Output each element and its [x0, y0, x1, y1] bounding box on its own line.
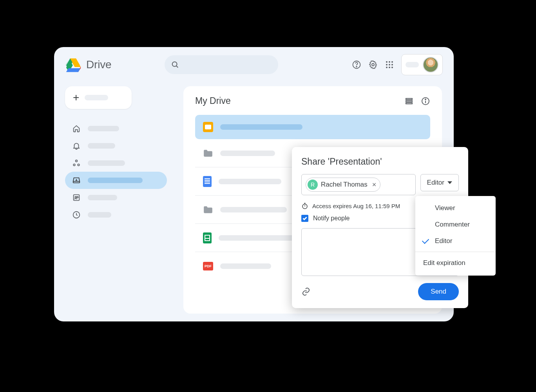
svg-point-11 — [386, 64, 388, 65]
svg-point-8 — [386, 61, 388, 63]
svg-point-10 — [391, 61, 393, 63]
send-button[interactable]: Send — [418, 283, 459, 300]
nav-label-placeholder — [88, 212, 111, 218]
svg-rect-27 — [406, 103, 412, 104]
nav-label-placeholder — [88, 143, 115, 149]
file-name-placeholder — [220, 263, 271, 269]
svg-point-19 — [78, 164, 80, 166]
svg-point-17 — [76, 160, 78, 162]
role-option-viewer[interactable]: Viewer — [415, 200, 496, 216]
svg-point-14 — [386, 67, 388, 68]
new-button[interactable]: + — [65, 86, 132, 109]
role-option-editor[interactable]: Editor — [415, 233, 496, 249]
header-actions — [352, 54, 443, 75]
folder-icon — [203, 149, 213, 158]
svg-point-7 — [372, 64, 374, 66]
svg-point-22 — [75, 196, 76, 198]
stopwatch-icon — [301, 202, 308, 209]
person-avatar: R — [308, 180, 318, 190]
svg-marker-31 — [447, 181, 452, 184]
file-name-placeholder — [219, 179, 281, 184]
role-dropdown-menu: Viewer Commenter Editor Edit expiration — [415, 196, 496, 276]
person-name: Rachel Thomas — [321, 181, 368, 189]
sidebar-item-recent[interactable] — [65, 206, 167, 223]
main-header: My Drive — [183, 96, 442, 111]
file-row-selected[interactable] — [195, 115, 430, 139]
sidebar-item-my-drive[interactable] — [65, 172, 167, 189]
app-name: Drive — [86, 58, 111, 71]
info-icon[interactable] — [421, 96, 430, 106]
my-drive-icon — [72, 176, 81, 185]
sidebar-item-home[interactable] — [65, 120, 167, 137]
check-icon — [302, 216, 307, 220]
docs-file-icon — [203, 176, 212, 187]
svg-point-23 — [77, 196, 78, 198]
menu-divider — [415, 252, 496, 252]
search-icon — [171, 60, 179, 69]
svg-point-16 — [391, 67, 393, 68]
drive-logo-icon — [65, 57, 81, 72]
file-name-placeholder — [220, 124, 302, 130]
svg-point-15 — [389, 67, 390, 68]
svg-point-18 — [73, 164, 75, 166]
page-title: My Drive — [195, 96, 231, 106]
svg-rect-25 — [406, 98, 412, 100]
notify-label: Notify people — [313, 215, 349, 222]
svg-point-9 — [389, 61, 390, 63]
file-name-placeholder — [219, 235, 301, 241]
svg-line-4 — [177, 66, 178, 67]
svg-point-13 — [391, 64, 393, 65]
folder-icon — [203, 205, 213, 214]
clock-icon — [72, 211, 81, 219]
pdf-file-icon: PDF — [203, 262, 213, 270]
user-avatar — [423, 57, 438, 73]
chip-remove-icon[interactable]: × — [372, 181, 377, 189]
nav-label-placeholder — [88, 126, 119, 131]
file-name-placeholder — [220, 207, 287, 212]
share-dialog-title: Share 'Presentation' — [301, 156, 459, 167]
slides-file-icon — [203, 122, 213, 132]
workspaces-icon — [72, 159, 81, 167]
settings-gear-icon[interactable] — [368, 60, 378, 69]
sidebar-item-shared-drives[interactable] — [65, 189, 167, 206]
nav-label-placeholder — [88, 195, 117, 200]
nav-label-placeholder — [88, 178, 143, 183]
bell-icon — [72, 142, 81, 150]
svg-point-12 — [389, 64, 390, 65]
role-dropdown-button[interactable]: Editor — [420, 174, 459, 191]
copy-link-icon[interactable] — [301, 287, 311, 296]
svg-marker-2 — [66, 68, 80, 72]
svg-rect-26 — [406, 100, 412, 102]
sheets-file-icon — [203, 232, 212, 243]
chevron-down-icon — [447, 180, 452, 185]
svg-point-3 — [172, 62, 177, 67]
shared-drives-icon — [72, 193, 81, 202]
access-expiry-text: Access expires Aug 16, 11:59 PM — [312, 203, 400, 209]
new-label-placeholder — [85, 95, 108, 100]
person-chip[interactable]: R Rachel Thomas × — [306, 178, 380, 192]
sidebar: + — [65, 86, 167, 223]
app-header: Drive — [54, 47, 454, 82]
svg-marker-20 — [75, 179, 78, 181]
nav-label-placeholder — [88, 160, 125, 166]
help-icon[interactable] — [352, 60, 361, 69]
notify-checkbox[interactable] — [301, 215, 308, 222]
share-people-input[interactable]: R Rachel Thomas × — [301, 174, 416, 195]
svg-point-6 — [356, 66, 357, 67]
app-logo[interactable]: Drive — [65, 57, 111, 72]
svg-point-30 — [425, 99, 426, 100]
account-label-placeholder — [406, 62, 419, 67]
search-input[interactable] — [165, 55, 278, 74]
role-selected-label: Editor — [427, 179, 444, 187]
view-list-icon[interactable] — [404, 96, 414, 106]
role-option-commenter[interactable]: Commenter — [415, 216, 496, 233]
sidebar-item-activity[interactable] — [65, 137, 167, 154]
account-switcher[interactable] — [401, 54, 443, 75]
file-name-placeholder — [220, 151, 275, 156]
edit-expiration-option[interactable]: Edit expiration — [415, 254, 496, 272]
plus-icon: + — [73, 91, 79, 104]
sidebar-item-workspaces[interactable] — [65, 154, 167, 172]
apps-grid-icon[interactable] — [385, 60, 394, 69]
home-icon — [72, 124, 81, 133]
